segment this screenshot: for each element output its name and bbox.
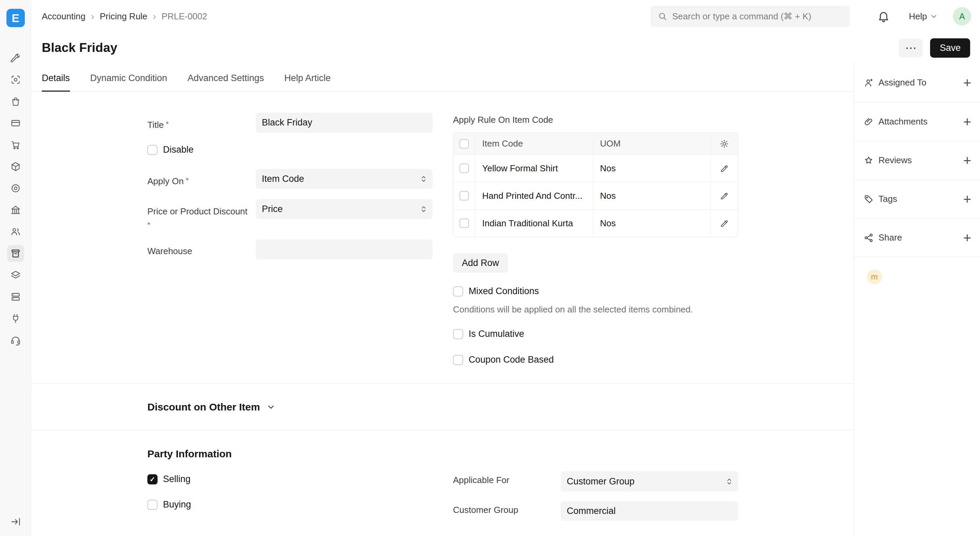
price-or-product-discount-select[interactable]: Price (256, 199, 433, 219)
add-share-button[interactable]: + (963, 231, 971, 244)
customer-group-input[interactable] (561, 501, 738, 521)
uom-cell[interactable]: Nos (593, 155, 710, 182)
tab-advanced-settings[interactable]: Advanced Settings (188, 73, 264, 92)
breadcrumb-pricing-rule[interactable]: Pricing Rule (100, 11, 147, 22)
disable-checkbox[interactable] (147, 145, 158, 155)
table-row[interactable]: Hand Printed And Contr... Nos (453, 182, 738, 209)
select-all-checkbox[interactable] (460, 139, 469, 149)
sidebar-item-quality[interactable] (7, 180, 24, 197)
sidebar-item-layers[interactable] (7, 289, 24, 305)
sidebar-item-manufacturing[interactable] (7, 201, 24, 219)
item-code-cell[interactable]: Indian Traditional Kurta (475, 210, 593, 237)
edit-row-button[interactable] (719, 163, 729, 173)
gear-icon (719, 139, 729, 149)
row-checkbox[interactable] (460, 219, 469, 228)
edit-row-button[interactable] (719, 191, 729, 200)
assigned-to-label: Assigned To (878, 77, 926, 88)
sidebar-item-share[interactable]: Share + (854, 219, 980, 257)
sidebar-item-stock[interactable] (7, 245, 24, 262)
uom-cell[interactable]: Nos (593, 182, 710, 209)
add-attachment-button[interactable]: + (963, 115, 971, 128)
selling-label: Selling (163, 474, 191, 484)
sidebar-item-reviews[interactable]: Reviews + (854, 141, 980, 180)
selling-checkbox-row[interactable]: Selling (147, 474, 191, 484)
item-code-cell[interactable]: Yellow Formal Shirt (475, 155, 593, 182)
select-chevrons-icon (419, 174, 428, 184)
assign-user-icon (864, 78, 874, 88)
is-cumulative-checkbox[interactable] (453, 329, 463, 339)
apply-on-select[interactable]: Item Code (256, 169, 433, 189)
price-or-product-discount-label: Price or Product Discount (147, 199, 256, 232)
coupon-code-based-checkbox-row[interactable]: Coupon Code Based (453, 355, 554, 365)
sidebar-item-shopping-bag[interactable] (7, 93, 24, 110)
global-search[interactable] (651, 6, 850, 27)
sidebar-item-tags[interactable]: Tags + (854, 180, 980, 219)
sidebar-item-assigned-to[interactable]: Assigned To + (854, 63, 980, 103)
sidebar-item-attachments[interactable]: Attachments + (854, 103, 980, 141)
mixed-conditions-checkbox[interactable] (453, 286, 463, 297)
tab-dynamic-condition[interactable]: Dynamic Condition (90, 73, 167, 92)
add-tag-button[interactable]: + (963, 192, 971, 206)
search-input[interactable] (672, 11, 843, 22)
row-checkbox[interactable] (460, 163, 469, 173)
erpnext-logo[interactable]: E (6, 9, 25, 27)
table-header-row: Item Code UOM (453, 133, 738, 154)
title-input[interactable] (256, 113, 433, 133)
party-information-section: Party Information (147, 448, 232, 460)
row-checkbox[interactable] (460, 191, 469, 200)
sidebar-item-support[interactable] (7, 332, 24, 349)
cart-icon (10, 140, 21, 150)
collapse-sidebar-button[interactable] (10, 516, 21, 527)
save-button[interactable]: Save (930, 38, 970, 58)
chevron-down-icon[interactable] (266, 402, 276, 412)
user-avatar[interactable]: A (953, 7, 971, 25)
sidebar-item-package[interactable] (7, 158, 24, 175)
sidebar-item-assets[interactable] (7, 266, 24, 284)
chevron-right-icon: › (91, 11, 94, 21)
sidebar-item-integrations[interactable] (7, 310, 24, 327)
tags-label: Tags (878, 194, 897, 204)
item-code-table: Item Code UOM Yellow Formal Shirt Nos Ha… (453, 133, 738, 237)
party-information-heading: Party Information (147, 448, 232, 460)
disable-checkbox-row[interactable]: Disable (147, 144, 194, 155)
item-code-cell[interactable]: Hand Printed And Contr... (475, 182, 593, 209)
more-actions-button[interactable]: ⋯ (899, 39, 923, 57)
edit-row-button[interactable] (719, 219, 729, 228)
attachments-label: Attachments (878, 116, 928, 127)
uom-cell[interactable]: Nos (593, 210, 710, 237)
buying-label: Buying (163, 500, 191, 510)
breadcrumb-accounting[interactable]: Accounting (42, 11, 86, 22)
help-menu[interactable]: Help (909, 11, 938, 22)
is-cumulative-checkbox-row[interactable]: Is Cumulative (453, 329, 524, 339)
sidebar-item-cart[interactable] (7, 136, 24, 153)
sidebar-item-scan[interactable] (7, 71, 24, 88)
table-row[interactable]: Indian Traditional Kurta Nos (453, 209, 738, 237)
mixed-conditions-checkbox-row[interactable]: Mixed Conditions (453, 286, 539, 297)
notifications-button[interactable] (877, 10, 890, 23)
coupon-code-based-checkbox[interactable] (453, 355, 463, 365)
add-review-button[interactable]: + (963, 154, 971, 167)
discount-on-other-item-section[interactable]: Discount on Other Item (147, 401, 276, 413)
add-assignment-button[interactable]: + (963, 76, 971, 90)
warehouse-input[interactable] (256, 239, 433, 260)
table-settings-button[interactable] (719, 139, 729, 149)
apply-on-value: Item Code (262, 174, 304, 184)
add-row-button[interactable]: Add Row (453, 254, 508, 273)
warehouse-label: Warehouse (147, 239, 256, 260)
is-cumulative-label: Is Cumulative (469, 329, 524, 339)
tab-details[interactable]: Details (42, 73, 70, 92)
tab-help-article[interactable]: Help Article (284, 73, 331, 92)
selling-checkbox[interactable] (147, 474, 158, 484)
sidebar-item-tools[interactable] (7, 49, 24, 67)
support-icon (10, 335, 21, 346)
seen-by-avatar[interactable]: m (867, 270, 882, 284)
reviews-label: Reviews (878, 155, 912, 165)
applicable-for-select[interactable]: Customer Group (561, 471, 738, 492)
sidebar-item-payments[interactable] (7, 115, 24, 132)
sidebar-item-crm[interactable] (7, 223, 24, 240)
table-row[interactable]: Yellow Formal Shirt Nos (453, 154, 738, 182)
pencil-icon (719, 219, 729, 228)
buying-checkbox-row[interactable]: Buying (147, 500, 191, 510)
stock-icon (10, 248, 21, 259)
buying-checkbox[interactable] (147, 500, 158, 510)
